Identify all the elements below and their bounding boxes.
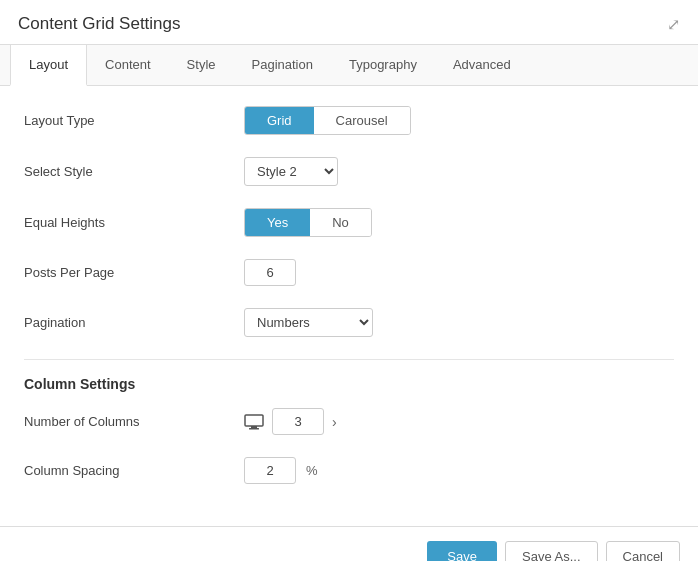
- save-as-button[interactable]: Save As...: [505, 541, 598, 561]
- window: Content Grid Settings ⤢ Layout Content S…: [0, 0, 698, 561]
- equal-heights-no-button[interactable]: No: [310, 209, 371, 236]
- select-style-row: Select Style Style 1 Style 2 Style 3: [24, 157, 674, 186]
- layout-type-label: Layout Type: [24, 113, 244, 128]
- equal-heights-label: Equal Heights: [24, 215, 244, 230]
- equal-heights-row: Equal Heights Yes No: [24, 208, 674, 237]
- select-style-dropdown[interactable]: Style 1 Style 2 Style 3: [244, 157, 338, 186]
- pagination-control: Numbers Load More Infinite Scroll: [244, 308, 373, 337]
- pagination-label: Pagination: [24, 315, 244, 330]
- svg-rect-2: [249, 428, 259, 430]
- num-columns-row: Number of Columns ›: [24, 408, 674, 435]
- title-bar: Content Grid Settings ⤢: [0, 0, 698, 45]
- tabs-bar: Layout Content Style Pagination Typograp…: [0, 45, 698, 86]
- layout-grid-button[interactable]: Grid: [245, 107, 314, 134]
- column-spacing-row: Column Spacing %: [24, 457, 674, 484]
- svg-rect-1: [251, 426, 257, 428]
- column-spacing-input[interactable]: [244, 457, 296, 484]
- expand-icon[interactable]: ⤢: [667, 15, 680, 34]
- tab-content[interactable]: Content: [87, 45, 169, 86]
- page-title: Content Grid Settings: [18, 14, 181, 34]
- column-settings-title: Column Settings: [24, 376, 674, 392]
- posts-per-page-label: Posts Per Page: [24, 265, 244, 280]
- layout-type-toggle-group: Grid Carousel: [244, 106, 411, 135]
- layout-carousel-button[interactable]: Carousel: [314, 107, 410, 134]
- select-style-label: Select Style: [24, 164, 244, 179]
- tab-style[interactable]: Style: [169, 45, 234, 86]
- posts-per-page-input[interactable]: [244, 259, 296, 286]
- pagination-dropdown[interactable]: Numbers Load More Infinite Scroll: [244, 308, 373, 337]
- save-button[interactable]: Save: [427, 541, 497, 561]
- posts-per-page-control: [244, 259, 296, 286]
- layout-type-row: Layout Type Grid Carousel: [24, 106, 674, 135]
- num-columns-control: ›: [244, 408, 337, 435]
- select-style-control: Style 1 Style 2 Style 3: [244, 157, 338, 186]
- layout-type-control: Grid Carousel: [244, 106, 411, 135]
- tab-typography[interactable]: Typography: [331, 45, 435, 86]
- posts-per-page-row: Posts Per Page: [24, 259, 674, 286]
- column-spacing-control: %: [244, 457, 318, 484]
- pagination-row: Pagination Numbers Load More Infinite Sc…: [24, 308, 674, 337]
- tab-pagination[interactable]: Pagination: [234, 45, 331, 86]
- equal-heights-toggle-group: Yes No: [244, 208, 372, 237]
- svg-rect-0: [245, 415, 263, 426]
- num-columns-label: Number of Columns: [24, 414, 244, 429]
- percent-label: %: [306, 463, 318, 478]
- monitor-icon: [244, 414, 264, 430]
- chevron-right-icon[interactable]: ›: [332, 414, 337, 430]
- main-content: Layout Type Grid Carousel Select Style S…: [0, 86, 698, 526]
- column-spacing-label: Column Spacing: [24, 463, 244, 478]
- tab-advanced[interactable]: Advanced: [435, 45, 529, 86]
- tab-layout[interactable]: Layout: [10, 44, 87, 86]
- equal-heights-control: Yes No: [244, 208, 372, 237]
- section-divider: [24, 359, 674, 360]
- cancel-button[interactable]: Cancel: [606, 541, 680, 561]
- footer: Save Save As... Cancel: [0, 526, 698, 561]
- num-columns-input[interactable]: [272, 408, 324, 435]
- equal-heights-yes-button[interactable]: Yes: [245, 209, 310, 236]
